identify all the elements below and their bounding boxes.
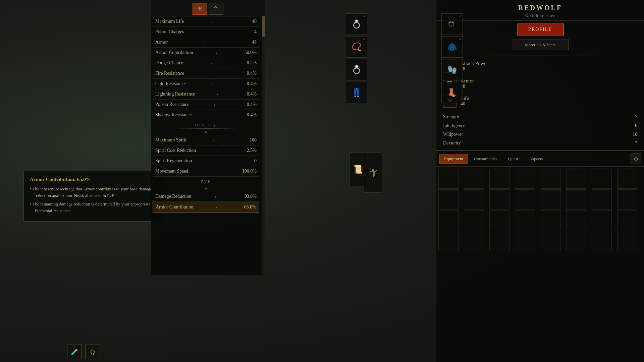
stat-value-armor-contribution: 50.0% (240, 50, 257, 55)
stat-value-armor: 48 (240, 40, 257, 45)
stat-row-armor[interactable]: Armor › 48 (153, 37, 259, 48)
stats-scroll-area[interactable]: Maximum Life › 40 Potion Charges › 4 Arm… (151, 16, 265, 275)
stat-name-lightning-resistance: Lightning Resistance (155, 92, 195, 97)
scrollbar-thumb[interactable] (262, 16, 265, 37)
stat-name-fire-resistance: Fire Resistance (155, 71, 184, 76)
offhand-slot[interactable]: 📜 (350, 153, 366, 186)
stat-name-armor-contribution-pvp: Armor Contribution (156, 204, 193, 210)
equip-slot-17[interactable] (438, 210, 459, 230)
equip-slot-3[interactable] (489, 169, 509, 189)
gloves-slot[interactable]: 🧤 (441, 59, 463, 80)
equip-slot-12[interactable] (515, 189, 535, 209)
boots-slot[interactable]: 👢 (441, 82, 463, 103)
stat-row-movement-speed[interactable]: Movement Speed › 100.0% (153, 166, 259, 177)
chest-icon: 🧥 (447, 42, 457, 52)
stat-name-dodge-chance: Dodge Chance (155, 60, 183, 66)
stat-value-fire-resistance: 0.4% (240, 71, 257, 76)
stat-value-shadow-resistance: 0.4% (240, 112, 257, 118)
stat-row-armor-contribution[interactable]: Armor Contribution › 50.0% (153, 48, 259, 58)
amulet-slot[interactable]: 📿 ✕ (346, 36, 367, 58)
tab-menu-icon-btn[interactable]: ⚙ (631, 154, 641, 164)
stat-row-fire-resistance[interactable]: Fire Resistance › 0.4% (153, 68, 259, 79)
q-label: Q (91, 349, 95, 356)
equip-slot-28[interactable] (515, 231, 535, 251)
stat-row-damage-reduction[interactable]: Damage Reduction › 93.0% (153, 191, 259, 202)
stat-value-dodge-chance: 0.2% (240, 60, 257, 66)
equip-slot-8[interactable] (617, 169, 637, 189)
equip-slot-29[interactable] (541, 231, 561, 251)
stat-row-armor-contribution-pvp[interactable]: Armor Contribution › 65.0% (153, 202, 259, 213)
equip-slot-13[interactable] (541, 189, 561, 209)
equip-slot-22[interactable] (566, 210, 586, 230)
equip-slot-31[interactable] (592, 231, 612, 251)
equip-slot-23[interactable] (592, 210, 612, 230)
attr-row-dexterity: Dexterity 7 (443, 139, 637, 147)
equip-slot-18[interactable] (464, 210, 484, 230)
character-panel: REDWOLF No title selected PROFILE Materi… (436, 0, 644, 362)
profile-button[interactable]: PROFILE (517, 23, 564, 36)
equip-slot-30[interactable] (566, 231, 586, 251)
stat-value-lightning-resistance: 0.4% (240, 92, 257, 97)
equip-slot-16[interactable] (617, 189, 637, 209)
equip-slot-19[interactable] (489, 210, 509, 230)
tab-quest[interactable]: Quest (503, 154, 523, 164)
equip-slot-21[interactable] (541, 210, 561, 230)
materials-stats-button[interactable]: Materials & Stats (512, 40, 569, 50)
ring2-icon: 💍 (352, 65, 362, 74)
stat-arrow-15: › (215, 194, 216, 199)
ring1-slot[interactable]: 💍 ✕ (346, 13, 367, 35)
stat-row-potion-charges[interactable]: Potion Charges › 4 (153, 27, 259, 37)
equip-slot-4[interactable] (515, 169, 535, 189)
weapon-slot-area: 🗡 (364, 153, 382, 193)
equip-slot-6[interactable] (566, 169, 586, 189)
tab-helm[interactable]: ⛑ (209, 3, 223, 15)
potion-button[interactable]: 🧪 (67, 345, 82, 359)
tab-equipment[interactable]: Equipment (439, 154, 468, 164)
equip-slot-32[interactable] (617, 231, 637, 251)
stat-name-spirit-regeneration: Spirit Regeneration (155, 158, 192, 164)
equip-slot-25[interactable] (438, 231, 459, 251)
stat-arrow-5: › (211, 61, 212, 66)
equip-slot-24[interactable] (617, 210, 637, 230)
scrollbar[interactable] (262, 16, 265, 275)
boots-icon: 👢 (447, 88, 457, 97)
q-button[interactable]: Q (85, 345, 100, 359)
stat-arrow-14: › (213, 169, 215, 174)
stat-row-poison-resistance[interactable]: Poison Resistance › 0.4% (153, 100, 259, 110)
equip-slot-14[interactable] (566, 189, 586, 209)
ring2-slot[interactable]: 💍 (346, 59, 367, 80)
tab-eye[interactable]: 👁 (193, 3, 207, 15)
stat-row-spirit-regeneration[interactable]: Spirit Regeneration › 0 (153, 156, 259, 166)
equip-slot-2[interactable] (464, 169, 484, 189)
stat-row-shadow-resistance[interactable]: Shadow Resistance › 0.4% (153, 110, 259, 120)
equip-slot-26[interactable] (464, 231, 484, 251)
stat-arrow-13: › (215, 159, 217, 164)
stat-row-spirit-cost-reduction[interactable]: Spirit Cost Reduction › 2.5% (153, 145, 259, 156)
stat-row-maximum-life[interactable]: Maximum Life › 40 (153, 16, 259, 27)
equip-slot-5[interactable] (541, 169, 561, 189)
weapon-slot[interactable]: 🗡 (364, 153, 382, 193)
equip-slot-27[interactable] (489, 231, 509, 251)
stat-row-dodge-chance[interactable]: Dodge Chance › 0.2% (153, 58, 259, 68)
pants-slot[interactable]: 👖 (346, 82, 367, 103)
stat-arrow-16: › (216, 205, 217, 210)
chest-slot[interactable]: 🧥 ✕ (441, 36, 463, 58)
helmet-slot[interactable]: ⛑ ✕ (441, 13, 463, 35)
equip-slot-10[interactable] (464, 189, 484, 209)
equip-slot-15[interactable] (592, 189, 612, 209)
equip-slot-20[interactable] (515, 210, 535, 230)
tab-aspects[interactable]: Aspects (524, 154, 548, 164)
equip-slot-1[interactable] (438, 169, 459, 189)
equip-slot-11[interactable] (489, 189, 509, 209)
tab-consumables[interactable]: Consumables (469, 154, 502, 164)
gloves-icon: 🧤 (447, 65, 457, 74)
attack-power-value: 38 (461, 66, 488, 72)
stat-row-maximum-spirit[interactable]: Maximum Spirit › 100 (153, 135, 259, 145)
equip-slot-9[interactable] (438, 189, 459, 209)
stat-row-cold-resistance[interactable]: Cold Resistance › 0.4% (153, 79, 259, 89)
stat-row-lightning-resistance[interactable]: Lightning Resistance › 0.4% (153, 89, 259, 100)
section-pvp-header: PVP (153, 177, 259, 185)
dexterity-label: Dexterity (443, 140, 461, 146)
menu-icon: ⚙ (634, 156, 638, 162)
equip-slot-7[interactable] (592, 169, 612, 189)
